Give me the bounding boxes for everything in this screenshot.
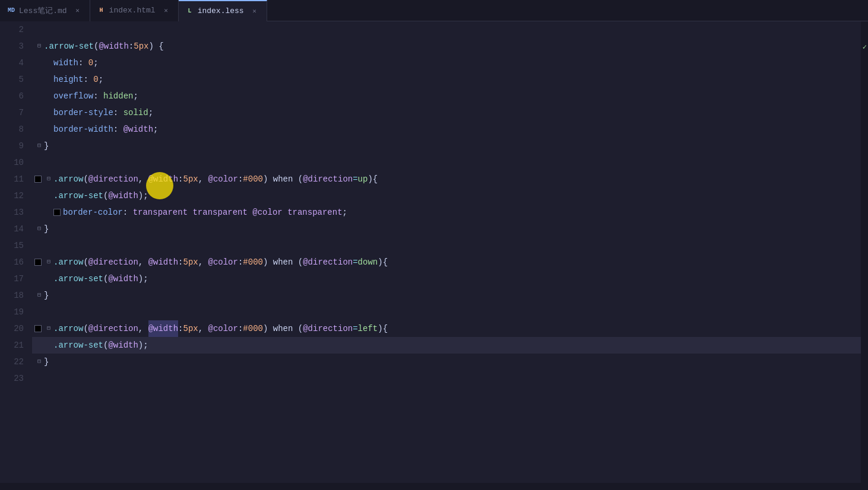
fold-icon-20[interactable]: ⊟ xyxy=(44,324,53,333)
selector-16: .arrow xyxy=(53,254,83,271)
property-13: border-color xyxy=(63,204,123,221)
ln-16: 16 xyxy=(0,254,24,271)
code-line-6: overflow: hidden; xyxy=(32,88,861,104)
code-line-8: border-width: @width; xyxy=(32,121,861,138)
ln-23: 23 xyxy=(0,370,24,387)
ln-6: 6 xyxy=(0,88,24,104)
ln-13: 13 xyxy=(0,204,24,221)
color-swatch-11[interactable] xyxy=(34,176,42,183)
tab-html-icon: H xyxy=(97,7,106,15)
code-line-20: ⊟ .arrow(@direction, @width:5px, @color:… xyxy=(32,320,861,337)
code-line-14: ⊟ } xyxy=(32,221,861,237)
color-swatch-13[interactable] xyxy=(53,209,61,216)
ln-2: 2 xyxy=(0,21,24,38)
ln-12: 12 xyxy=(0,187,24,204)
editor-container: MD Less笔记.md ✕ H index.html ✕ L index.le… xyxy=(0,0,868,490)
value-6: hidden xyxy=(103,88,133,104)
tab-less-icon: L xyxy=(186,7,194,15)
tab-html-label: index.html xyxy=(109,6,156,15)
code-line-16: ⊟ .arrow(@direction, @width:5px, @color:… xyxy=(32,254,861,271)
selector-3: .arrow-set xyxy=(44,38,94,55)
code-line-13: border-color: transparent transparent @c… xyxy=(32,204,861,221)
ln-18: 18 xyxy=(0,287,24,304)
code-line-2 xyxy=(32,21,861,38)
property-8: border-width xyxy=(53,121,113,138)
value-7: solid xyxy=(123,104,148,121)
tab-less-label: index.less xyxy=(198,7,244,15)
fold-icon-18[interactable]: ⊟ xyxy=(34,291,44,300)
ln-8: 8 xyxy=(0,121,24,138)
ln-11: 11 xyxy=(0,171,24,187)
property-4: width xyxy=(53,55,78,71)
ln-22: 22 xyxy=(0,354,24,370)
ln-10: 10 xyxy=(0,154,24,171)
fold-icon-14[interactable]: ⊟ xyxy=(34,224,44,234)
code-line-17: .arrow-set(@width); xyxy=(32,271,861,287)
fold-icon-22[interactable]: ⊟ xyxy=(34,357,44,367)
ln-7: 7 xyxy=(0,104,24,121)
code-line-3: ⊟ .arrow-set(@width:5px) { xyxy=(32,38,861,55)
tab-bar: MD Less笔记.md ✕ H index.html ✕ L index.le… xyxy=(0,0,868,21)
tab-md-close[interactable]: ✕ xyxy=(73,6,83,15)
tab-md[interactable]: MD Less笔记.md ✕ xyxy=(0,0,90,21)
color-swatch-16[interactable] xyxy=(34,259,42,266)
tab-less[interactable]: L index.less ✕ xyxy=(179,0,267,21)
code-line-9: ⊟ } xyxy=(32,138,861,154)
fold-icon-3[interactable]: ⊟ xyxy=(34,42,44,51)
atvar-8: @width xyxy=(123,121,153,138)
ln-15: 15 xyxy=(0,237,24,254)
scrollbar-bottom[interactable] xyxy=(0,483,868,490)
code-line-12: .arrow-set(@width); xyxy=(32,187,861,204)
tab-md-label: Less笔记.md xyxy=(19,5,67,16)
checkmark-indicator: ✓ xyxy=(863,43,867,52)
ln-21: 21 xyxy=(0,337,24,354)
selector-20: .arrow xyxy=(53,320,83,337)
tab-md-icon: MD xyxy=(7,7,15,15)
ln-9: 9 xyxy=(0,138,24,154)
fold-icon-11[interactable]: ⊟ xyxy=(44,174,53,184)
selector-21: .arrow-set xyxy=(53,337,103,354)
property-6: overflow xyxy=(53,88,93,104)
code-area: 2 3 4 5 6 7 8 9 10 11 12 13 14 15 16 17 … xyxy=(0,21,868,483)
selector-11: .arrow xyxy=(53,171,83,187)
scrollbar-right[interactable]: ✓ xyxy=(861,21,868,483)
line-numbers: 2 3 4 5 6 7 8 9 10 11 12 13 14 15 16 17 … xyxy=(0,21,30,483)
code-line-23 xyxy=(32,370,861,387)
fold-icon-16[interactable]: ⊟ xyxy=(44,257,53,267)
ln-5: 5 xyxy=(0,71,24,88)
code-line-10 xyxy=(32,154,861,171)
code-lines[interactable]: ⊟ .arrow-set(@width:5px) { width: 0; hei… xyxy=(30,21,861,483)
color-swatch-20[interactable] xyxy=(34,325,42,332)
code-line-5: height: 0; xyxy=(32,71,861,88)
code-line-15 xyxy=(32,237,861,254)
code-line-18: ⊟ } xyxy=(32,287,861,304)
code-line-21: .arrow-set(@width); xyxy=(32,337,861,354)
ln-19: 19 xyxy=(0,304,24,320)
ln-20: 20 xyxy=(0,320,24,337)
property-7: border-style xyxy=(53,104,113,121)
ln-4: 4 xyxy=(0,55,24,71)
code-line-4: width: 0; xyxy=(32,55,861,71)
ln-3: 3 xyxy=(0,38,24,55)
tab-less-close[interactable]: ✕ xyxy=(250,7,259,16)
ln-14: 14 xyxy=(0,221,24,237)
selector-12: .arrow-set xyxy=(53,187,103,204)
fold-icon-9[interactable]: ⊟ xyxy=(34,141,44,151)
tab-html-close[interactable]: ✕ xyxy=(161,6,171,15)
selector-17: .arrow-set xyxy=(53,271,103,287)
property-5: height xyxy=(53,71,83,88)
code-line-11: ⊟ .arrow(@direction, @width:5px, @color:… xyxy=(32,171,861,187)
tab-html[interactable]: H index.html ✕ xyxy=(90,0,179,21)
code-line-7: border-style: solid; xyxy=(32,104,861,121)
code-line-22: ⊟ } xyxy=(32,354,861,370)
ln-17: 17 xyxy=(0,271,24,287)
code-line-19 xyxy=(32,304,861,320)
